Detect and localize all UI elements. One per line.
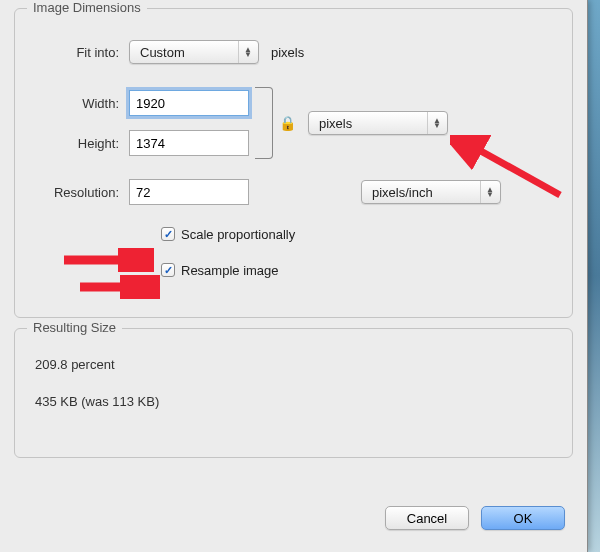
fit-into-value: Custom <box>140 45 185 60</box>
resolution-row: Resolution: pixels/inch ▲▼ <box>29 177 558 207</box>
scale-proportionally-checkbox[interactable]: ✓ Scale proportionally <box>161 227 295 242</box>
lock-icon: 🔒 <box>279 115 296 131</box>
fit-into-row: Fit into: Custom ▲▼ pixels <box>29 37 558 67</box>
resample-image-checkbox[interactable]: ✓ Resample image <box>161 263 279 278</box>
resolution-label: Resolution: <box>29 185 129 200</box>
group-title: Image Dimensions <box>27 0 147 15</box>
height-input[interactable] <box>129 130 249 156</box>
scale-label: Scale proportionally <box>181 227 295 242</box>
cancel-button[interactable]: Cancel <box>385 506 469 530</box>
resulting-size-group: Resulting Size 209.8 percent 435 KB (was… <box>14 328 573 458</box>
resolution-unit-select[interactable]: pixels/inch ▲▼ <box>361 180 501 204</box>
checkbox-icon: ✓ <box>161 227 175 241</box>
resample-label: Resample image <box>181 263 279 278</box>
link-bracket-icon <box>255 87 273 159</box>
height-row: Height: <box>29 130 249 156</box>
resulting-filesize: 435 KB (was 113 KB) <box>35 394 552 409</box>
width-row: Width: <box>29 90 249 116</box>
image-dimensions-group: Image Dimensions Fit into: Custom ▲▼ pix… <box>14 8 573 318</box>
image-size-dialog: Image Dimensions Fit into: Custom ▲▼ pix… <box>0 0 588 552</box>
width-input[interactable] <box>129 90 249 116</box>
updown-arrows-icon: ▲▼ <box>480 181 494 203</box>
checkbox-icon: ✓ <box>161 263 175 277</box>
fit-into-label: Fit into: <box>29 45 129 60</box>
resample-row: ✓ Resample image <box>157 255 558 285</box>
resulting-percent: 209.8 percent <box>35 357 552 372</box>
resolution-input[interactable] <box>129 179 249 205</box>
updown-arrows-icon: ▲▼ <box>238 41 252 63</box>
dimensions-unit-select[interactable]: pixels ▲▼ <box>308 111 448 135</box>
updown-arrows-icon: ▲▼ <box>427 112 441 134</box>
dimensions-unit-value: pixels <box>319 116 352 131</box>
dialog-buttons: Cancel OK <box>385 506 565 530</box>
scale-row: ✓ Scale proportionally <box>157 219 558 249</box>
dimensions-column: Width: Height: <box>29 90 249 156</box>
resulting-size-title: Resulting Size <box>27 320 122 335</box>
dimensions-block: Width: Height: 🔒 pixels ▲▼ <box>29 87 558 159</box>
width-label: Width: <box>29 96 129 111</box>
height-label: Height: <box>29 136 129 151</box>
resolution-unit-value: pixels/inch <box>372 185 433 200</box>
ok-button[interactable]: OK <box>481 506 565 530</box>
fit-into-select[interactable]: Custom ▲▼ <box>129 40 259 64</box>
fit-into-unit: pixels <box>271 45 304 60</box>
